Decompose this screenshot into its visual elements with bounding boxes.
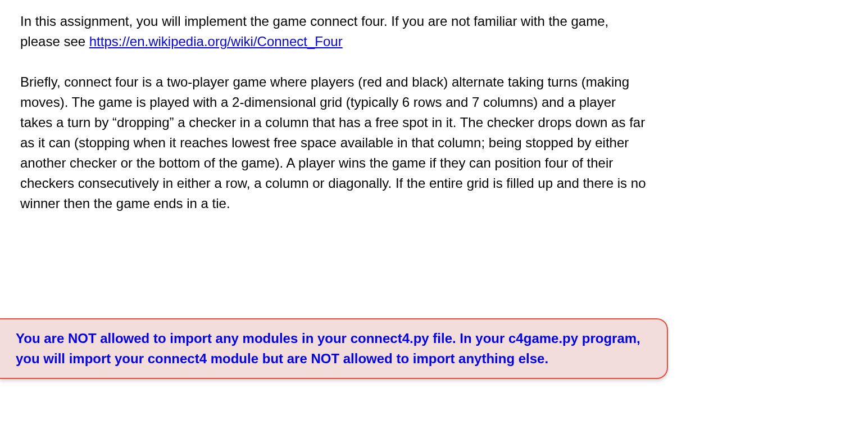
intro-paragraph: In this assignment, you will implement t… bbox=[20, 11, 649, 52]
warning-callout: You are NOT allowed to import any module… bbox=[0, 318, 668, 379]
wikipedia-link[interactable]: https://en.wikipedia.org/wiki/Connect_Fo… bbox=[89, 34, 343, 49]
description-paragraph: Briefly, connect four is a two-player ga… bbox=[20, 72, 649, 214]
warning-text: You are NOT allowed to import any module… bbox=[16, 331, 640, 366]
